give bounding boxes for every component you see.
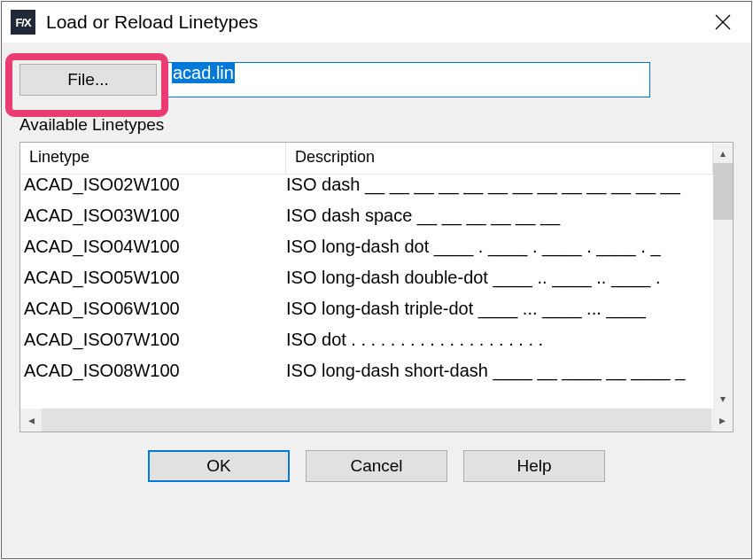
titlebar: F/X Load or Reload Linetypes xyxy=(2,2,751,43)
table-row[interactable]: ACAD_ISO06W100 ISO long-dash triple-dot … xyxy=(20,299,733,330)
linetype-cell: ACAD_ISO02W100 xyxy=(20,175,281,206)
linetype-cell: ACAD_ISO03W100 xyxy=(20,206,281,237)
available-linetypes-label: Available Linetypes xyxy=(19,115,734,135)
scroll-up-icon[interactable]: ▴ xyxy=(713,144,733,163)
description-cell: ISO long-dash short-dash ____ __ ____ __… xyxy=(281,361,733,392)
description-cell: ISO long-dash double-dot ____ .. ____ ..… xyxy=(281,268,733,299)
table-row[interactable]: ACAD_ISO05W100 ISO long-dash double-dot … xyxy=(20,268,733,299)
table-row[interactable]: ACAD_ISO03W100 ISO dash space __ __ __ _… xyxy=(20,206,733,237)
table-row[interactable]: ACAD_ISO07W100 ISO dot . . . . . . . . .… xyxy=(20,330,733,361)
dialog-window: F/X Load or Reload Linetypes File... aca… xyxy=(1,1,752,559)
scroll-right-icon[interactable]: ▸ xyxy=(711,408,733,432)
table-row[interactable]: ACAD_ISO02W100 ISO dash __ __ __ __ __ _… xyxy=(20,175,733,206)
file-row: File... acad.lin xyxy=(19,62,734,97)
table-row[interactable]: ACAD_ISO04W100 ISO long-dash dot ____ . … xyxy=(20,237,733,268)
close-icon xyxy=(715,14,731,30)
file-button[interactable]: File... xyxy=(19,64,157,96)
list-header-row: Linetype Description xyxy=(20,143,733,175)
scroll-left-icon[interactable]: ◂ xyxy=(20,408,42,432)
vertical-scrollbar[interactable]: ▴ ▾ xyxy=(713,144,733,408)
table-row[interactable]: ACAD_ISO08W100 ISO long-dash short-dash … xyxy=(20,361,733,392)
hscroll-track[interactable] xyxy=(42,408,711,432)
horizontal-scrollbar[interactable]: ◂ ▸ xyxy=(20,408,733,432)
linetype-cell: ACAD_ISO06W100 xyxy=(20,299,281,330)
column-header-description[interactable]: Description xyxy=(286,143,713,174)
dialog-body: File... acad.lin Available Linetypes Lin… xyxy=(2,62,751,500)
description-cell: ISO long-dash triple-dot ____ ... ____ .… xyxy=(281,299,733,330)
dialog-buttons: OK Cancel Help xyxy=(19,450,734,482)
window-title: Load or Reload Linetypes xyxy=(46,12,702,33)
ok-button[interactable]: OK xyxy=(148,450,290,482)
scroll-thumb[interactable] xyxy=(713,163,733,220)
list-body: ACAD_ISO02W100 ISO dash __ __ __ __ __ _… xyxy=(20,175,733,432)
linetype-cell: ACAD_ISO05W100 xyxy=(20,268,281,299)
app-icon: F/X xyxy=(11,10,35,35)
cancel-button[interactable]: Cancel xyxy=(306,450,447,482)
close-button[interactable] xyxy=(702,2,744,43)
linetype-cell: ACAD_ISO08W100 xyxy=(20,361,281,392)
file-input[interactable]: acad.lin xyxy=(164,62,650,97)
description-cell: ISO long-dash dot ____ . ____ . ____ . _… xyxy=(281,237,733,268)
help-button[interactable]: Help xyxy=(463,450,605,482)
description-cell: ISO dash __ __ __ __ __ __ __ __ __ __ _… xyxy=(281,175,733,206)
linetype-cell: ACAD_ISO04W100 xyxy=(20,237,281,268)
linetype-list[interactable]: Linetype Description ACAD_ISO02W100 ISO … xyxy=(19,142,734,432)
column-header-linetype[interactable]: Linetype xyxy=(20,143,286,174)
description-cell: ISO dot . . . . . . . . . . . . . . . . … xyxy=(281,330,733,361)
file-input-value: acad.lin xyxy=(172,62,235,83)
scroll-down-icon[interactable]: ▾ xyxy=(713,389,733,408)
linetype-cell: ACAD_ISO07W100 xyxy=(20,330,281,361)
description-cell: ISO dash space __ __ __ __ __ __ xyxy=(281,206,733,237)
